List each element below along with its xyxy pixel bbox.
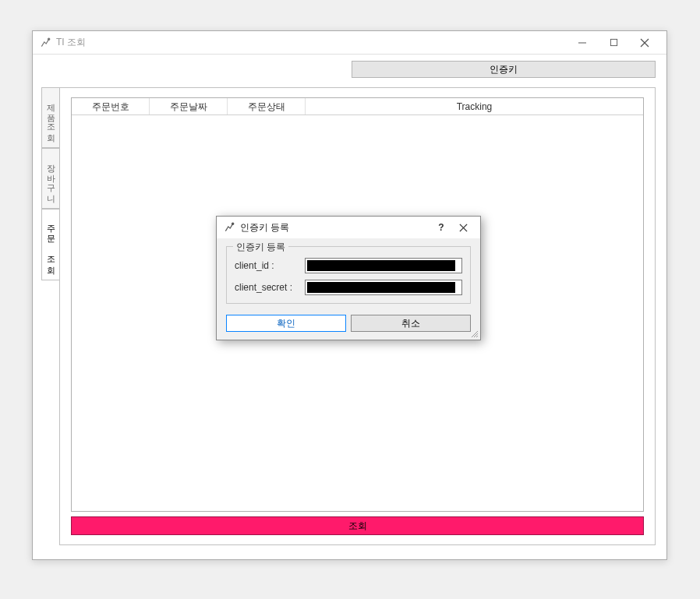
- window-title: TI 조회: [56, 36, 567, 49]
- dialog-titlebar: 인증키 등록 ?: [217, 217, 480, 238]
- client-secret-input[interactable]: [305, 280, 462, 295]
- resize-grip[interactable]: [469, 329, 479, 338]
- svg-rect-2: [610, 39, 617, 45]
- dialog-close-button[interactable]: [452, 218, 474, 237]
- table-header: 주문번호 주문날짜 주문상태 Tracking: [72, 98, 643, 115]
- tab-cart[interactable]: 장바구니: [41, 148, 60, 209]
- client-secret-redacted: [307, 282, 455, 293]
- auth-key-button[interactable]: 인증키: [352, 61, 656, 78]
- col-order-date[interactable]: 주문날짜: [150, 98, 228, 115]
- app-icon: [39, 37, 51, 49]
- maximize-button[interactable]: [598, 32, 629, 54]
- col-order-status[interactable]: 주문상태: [228, 98, 306, 115]
- col-order-no[interactable]: 주문번호: [72, 98, 150, 115]
- ok-button[interactable]: 확인: [226, 315, 346, 332]
- dialog-help-button[interactable]: ?: [430, 218, 452, 237]
- svg-line-10: [476, 336, 478, 337]
- svg-point-0: [48, 38, 50, 40]
- tab-product[interactable]: 제품조회: [41, 87, 60, 148]
- titlebar: TI 조회: [33, 31, 666, 55]
- col-tracking[interactable]: Tracking: [306, 98, 643, 115]
- cancel-button[interactable]: 취소: [351, 315, 471, 332]
- close-icon: [459, 224, 468, 232]
- window-controls: [567, 32, 660, 54]
- dialog-title: 인증키 등록: [240, 221, 430, 234]
- auth-key-groupbox: 인증키 등록 client_id : client_secret :: [226, 246, 471, 304]
- client-secret-label: client_secret :: [235, 282, 305, 293]
- help-icon: ?: [438, 222, 444, 233]
- client-id-row: client_id :: [235, 258, 462, 273]
- client-secret-row: client_secret :: [235, 280, 462, 295]
- auth-key-dialog: 인증키 등록 ? 인증키 등록 client_id : client_secre…: [216, 216, 481, 340]
- vertical-tabs: 제품조회 장바구니 주문 조회: [41, 87, 60, 280]
- groupbox-title: 인증키 등록: [233, 241, 288, 254]
- svg-point-5: [232, 223, 234, 224]
- close-button[interactable]: [629, 32, 660, 54]
- tab-order[interactable]: 주문 조회: [41, 209, 60, 280]
- dialog-app-icon: [223, 221, 235, 234]
- client-id-redacted: [307, 260, 455, 271]
- client-id-input[interactable]: [305, 258, 462, 273]
- client-id-label: client_id :: [235, 260, 305, 271]
- minimize-button[interactable]: [567, 32, 598, 54]
- dialog-buttons: 확인 취소: [217, 308, 480, 340]
- query-button[interactable]: 조회: [71, 516, 644, 535]
- dialog-body: 인증키 등록 client_id : client_secret :: [217, 238, 480, 308]
